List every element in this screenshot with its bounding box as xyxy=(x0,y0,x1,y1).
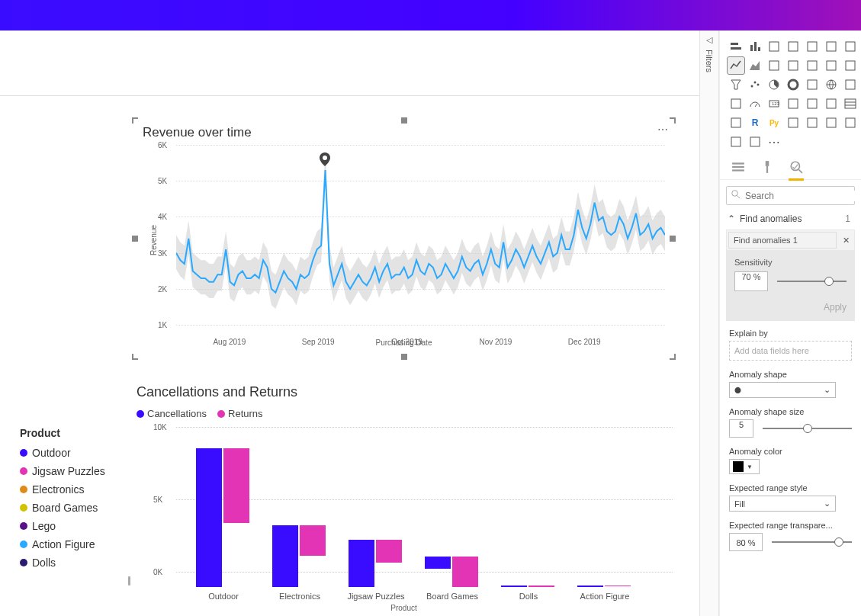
bar[interactable] xyxy=(577,586,603,587)
viz-funnel[interactable] xyxy=(728,76,744,93)
viz-stacked-area[interactable] xyxy=(766,57,782,74)
viz-clustered-bar-v[interactable] xyxy=(747,38,763,55)
search-box[interactable] xyxy=(726,186,855,205)
gridline xyxy=(176,499,673,500)
viz-narrative[interactable] xyxy=(842,114,859,131)
slicer-item[interactable]: Lego xyxy=(20,517,105,535)
sel-corner[interactable] xyxy=(670,354,676,360)
viz-pie[interactable] xyxy=(766,76,782,93)
viz-stacked-100-h[interactable] xyxy=(842,38,859,55)
bar[interactable] xyxy=(300,525,326,556)
bar[interactable] xyxy=(605,586,631,586)
svg-rect-13 xyxy=(789,61,798,70)
anomaly-size-input[interactable]: 5 xyxy=(729,419,753,438)
viz-azure-map[interactable] xyxy=(728,95,744,112)
sel-corner[interactable] xyxy=(132,117,138,124)
close-icon[interactable]: ✕ xyxy=(838,236,854,245)
expand-icon[interactable]: ◁ xyxy=(706,35,712,45)
viz-qna[interactable] xyxy=(823,114,840,131)
viz-treemap[interactable] xyxy=(804,76,821,93)
bar[interactable] xyxy=(349,540,374,587)
viz-paginated[interactable] xyxy=(728,133,744,150)
product-slicer[interactable]: Product OutdoorJigsaw PuzzlesElectronics… xyxy=(20,427,105,572)
viz-scatter[interactable] xyxy=(747,76,763,93)
viz-line-bar2[interactable] xyxy=(804,57,821,74)
viz-waterfall[interactable] xyxy=(842,57,859,74)
slicer-item[interactable]: Action Figure xyxy=(20,535,105,553)
slicer-item[interactable]: Board Games xyxy=(20,499,105,517)
anomaly-marker[interactable] xyxy=(320,152,330,168)
section-find-anomalies[interactable]: ⌃ Find anomalies 1 xyxy=(720,211,861,226)
viz-arcgis[interactable] xyxy=(747,133,763,150)
viz-gauge[interactable] xyxy=(747,95,763,112)
slicer-item[interactable]: Electronics xyxy=(20,480,105,499)
anomaly-color-picker[interactable]: ▼ xyxy=(729,459,760,474)
bar[interactable] xyxy=(272,525,298,587)
card-name[interactable]: Find anomalies 1 xyxy=(728,232,837,249)
legend-item[interactable]: Returns xyxy=(217,408,263,419)
bar[interactable] xyxy=(425,557,451,569)
viz-matrix[interactable] xyxy=(728,114,744,131)
viz-key-influencers[interactable] xyxy=(785,114,802,131)
viz-filled-map[interactable] xyxy=(842,76,859,93)
viz-stacked-bar-h2[interactable] xyxy=(823,38,840,55)
bar[interactable] xyxy=(528,586,554,587)
viz-r[interactable]: R xyxy=(747,114,763,131)
anomaly-shape-select[interactable]: ⬤⌄ xyxy=(729,382,836,398)
scroll-grabber[interactable] xyxy=(128,576,130,586)
viz-area[interactable] xyxy=(747,57,763,74)
sensitivity-input[interactable]: 70 % xyxy=(734,271,768,291)
legend-item[interactable]: Cancellations xyxy=(137,408,207,419)
explain-by-well[interactable]: Add data fields here xyxy=(729,341,852,361)
bar[interactable] xyxy=(452,557,478,587)
expected-style-select[interactable]: Fill⌄ xyxy=(729,496,836,512)
bar[interactable] xyxy=(196,448,222,587)
sel-mid[interactable] xyxy=(132,236,138,242)
viz-kpi[interactable] xyxy=(804,95,821,112)
sensitivity-slider[interactable] xyxy=(777,281,847,282)
tab-fields[interactable] xyxy=(731,159,746,175)
viz-line[interactable] xyxy=(728,57,744,74)
report-canvas[interactable]: Revenue over time ⋯ Revenue 1K2K3K4K5K6K… xyxy=(0,30,699,616)
sel-corner[interactable] xyxy=(132,354,138,360)
viz-multi-card[interactable] xyxy=(785,95,802,112)
sel-mid[interactable] xyxy=(401,117,407,124)
viz-decomp[interactable] xyxy=(804,114,821,131)
expected-transparency-slider[interactable] xyxy=(772,541,852,543)
expected-transparency-input[interactable]: 80 % xyxy=(729,533,763,551)
viz-py[interactable]: Py xyxy=(766,114,782,131)
bar[interactable] xyxy=(223,448,249,523)
sel-corner[interactable] xyxy=(670,117,676,124)
sel-mid[interactable] xyxy=(401,354,407,360)
viz-more[interactable]: ⋯ xyxy=(766,133,782,150)
search-input[interactable] xyxy=(745,191,859,201)
chart-cancellations-returns[interactable]: Cancellations and Returns CancellationsR… xyxy=(135,381,673,616)
tab-analytics[interactable] xyxy=(789,159,804,175)
slicer-item[interactable]: Jigsaw Puzzles xyxy=(20,462,105,480)
viz-card[interactable]: 123 xyxy=(766,95,782,112)
viz-slicer[interactable] xyxy=(823,95,840,112)
slicer-item[interactable]: Dolls xyxy=(20,553,105,572)
viz-table[interactable] xyxy=(842,95,859,112)
viz-line-bar[interactable] xyxy=(785,57,802,74)
viz-donut[interactable] xyxy=(785,76,802,93)
y-tick: 1K xyxy=(158,321,167,329)
viz-clustered-bar-h[interactable] xyxy=(804,38,821,55)
y-axis-label: Revenue xyxy=(149,225,158,255)
filters-pane-collapsed[interactable]: ◁ Filters xyxy=(699,30,719,616)
chart-revenue-over-time[interactable]: Revenue over time ⋯ Revenue 1K2K3K4K5K6K… xyxy=(135,120,673,357)
viz-stacked-100-v[interactable] xyxy=(785,38,802,55)
sel-mid[interactable] xyxy=(670,236,676,242)
anomaly-size-slider[interactable] xyxy=(763,428,852,429)
apply-button[interactable]: Apply xyxy=(734,302,847,313)
viz-map[interactable] xyxy=(823,76,840,93)
bar[interactable] xyxy=(376,540,402,563)
viz-stacked-bar-v[interactable] xyxy=(766,38,782,55)
more-icon[interactable]: ⋯ xyxy=(657,124,668,136)
bar[interactable] xyxy=(501,586,527,587)
svg-point-1 xyxy=(323,156,327,160)
slicer-item[interactable]: Outdoor xyxy=(20,444,105,462)
viz-ribbon[interactable] xyxy=(823,57,840,74)
viz-stacked-bar-h[interactable] xyxy=(728,38,744,55)
tab-format[interactable] xyxy=(760,159,775,175)
